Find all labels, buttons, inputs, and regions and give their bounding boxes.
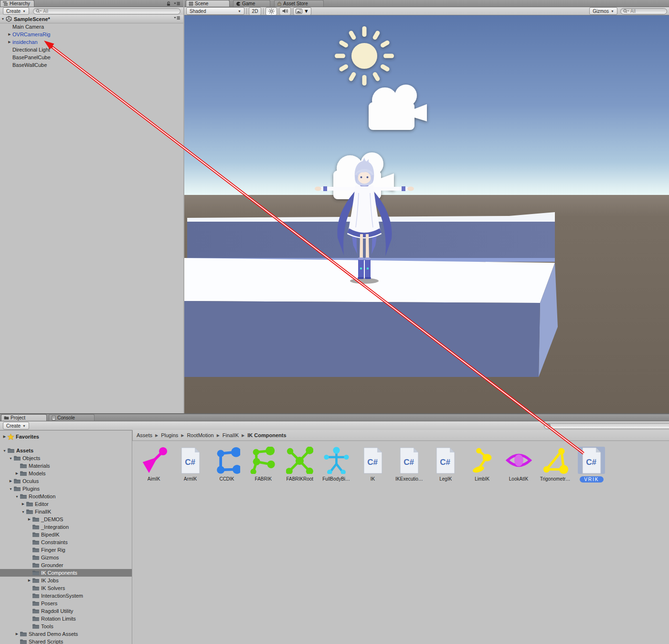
tree-item-rootmotion[interactable]: ▼RootMotion <box>0 493 132 500</box>
asset-item-aimik[interactable]: AimIK <box>136 447 172 482</box>
tree-item-oculus[interactable]: ▶Oculus <box>0 477 132 485</box>
asset-item-legik[interactable]: C#LegIK <box>427 447 464 482</box>
expander-icon[interactable]: ▶ <box>8 479 13 483</box>
scene-search-input[interactable] <box>629 8 664 14</box>
tree-item-ik-components[interactable]: IK Components <box>0 569 132 577</box>
expander-icon[interactable]: ▼ <box>8 457 13 460</box>
favorites-row[interactable]: ▶ Favorites <box>0 433 132 440</box>
hierarchy-item-basepanelcube[interactable]: BasePanelCube <box>0 54 183 61</box>
expander-icon[interactable]: ▼ <box>14 495 20 498</box>
asset-item-lookatik[interactable]: LookAtIK <box>500 447 537 482</box>
expander-icon[interactable]: ▶ <box>14 632 20 636</box>
tab-hierarchy[interactable]: Hierarchy <box>0 0 34 7</box>
hierarchy-item-ovrcamerarig[interactable]: ▶OVRCameraRig <box>0 31 183 38</box>
scene-header-row[interactable]: ▼ SampleScene* <box>0 15 183 23</box>
project-search-input[interactable] <box>552 423 666 429</box>
tree-item-plugins[interactable]: ▼Plugins <box>0 485 132 493</box>
project-folder-tree: ▼Assets▼ObjectsMaterials▶Models▶Oculus▼P… <box>0 447 132 644</box>
gizmos-dropdown[interactable]: Gizmos▼ <box>589 7 617 15</box>
pane-menu-icon[interactable] <box>173 1 181 6</box>
scene-viewport[interactable] <box>184 15 669 413</box>
tree-item-editor[interactable]: ▶Editor <box>0 500 132 508</box>
expander-icon[interactable]: ▶ <box>2 435 7 439</box>
tree-item-ragdoll-utility[interactable]: Ragdoll Utility <box>0 607 132 615</box>
tree-item-materials[interactable]: Materials <box>0 462 132 470</box>
tree-item-shared-scripts[interactable]: Shared Scripts <box>0 638 132 644</box>
tab-game-label: Game <box>242 1 255 6</box>
scene-search[interactable] <box>620 8 667 14</box>
breadcrumb-separator-icon: ▶ <box>217 433 220 438</box>
tree-item-ik-jobs[interactable]: ▶IK Jobs <box>0 577 132 584</box>
asset-item-fabrikroot[interactable]: FABRIKRoot <box>282 447 318 482</box>
tree-item-posers[interactable]: Posers <box>0 600 132 607</box>
breadcrumb-item-rootmotion[interactable]: RootMotion <box>187 432 213 438</box>
tab-project[interactable]: Project <box>1 414 47 421</box>
scene-menu-icon[interactable] <box>173 16 181 20</box>
breadcrumb-item-finalik[interactable]: FinalIK <box>223 432 239 438</box>
asset-item-ikexecutio-[interactable]: C#IKExecutio… <box>391 447 427 482</box>
tab-scene[interactable]: Scene <box>186 0 230 7</box>
tree-item-constraints[interactable]: Constraints <box>0 538 132 546</box>
asset-item-ccdik[interactable]: CCDIK <box>209 447 245 482</box>
project-create-button[interactable]: Create▼ <box>3 422 29 429</box>
asset-item-trigonometr-[interactable]: Trigonometr… <box>537 447 573 482</box>
expander-icon[interactable]: ▶ <box>21 502 26 506</box>
breadcrumb-separator-icon: ▶ <box>242 433 244 438</box>
tree-item-tools[interactable]: Tools <box>0 623 132 630</box>
hierarchy-item-insidechan[interactable]: ▶insidechan <box>0 38 183 46</box>
asset-item-limbik[interactable]: LimbIK <box>464 447 500 482</box>
tree-item-_demos[interactable]: ▶_DEMOS <box>0 515 132 523</box>
tree-item-finger-rig[interactable]: Finger Rig <box>0 546 132 554</box>
hierarchy-item-label: OVRCameraRig <box>12 32 50 37</box>
base-panel-cube[interactable] <box>184 258 558 377</box>
console-icon <box>52 416 56 420</box>
tree-item-interactionsystem[interactable]: InteractionSystem <box>0 592 132 600</box>
project-search[interactable] <box>544 423 669 429</box>
hierarchy-item-directional-light[interactable]: Directional Light <box>0 46 183 54</box>
tab-asset-store[interactable]: Asset Store <box>274 0 324 7</box>
2d-toggle-button[interactable]: 2D <box>249 7 261 15</box>
scene-effects-dropdown[interactable]: ▼ <box>293 7 311 15</box>
hierarchy-item-basewallcube[interactable]: BaseWallCube <box>0 61 183 69</box>
tree-item-shared-demo-assets[interactable]: ▶Shared Demo Assets <box>0 630 132 638</box>
hierarchy-create-button[interactable]: Create▼ <box>3 7 29 15</box>
tree-item-bipedik[interactable]: BipedIK <box>0 531 132 538</box>
tab-game[interactable]: Game <box>233 0 270 7</box>
tree-item-gizmos[interactable]: Gizmos <box>0 554 132 561</box>
expander-icon[interactable]: ▼ <box>2 449 7 452</box>
tab-console[interactable]: Console <box>49 414 95 421</box>
expander-icon[interactable]: ▶ <box>7 40 12 44</box>
asset-item-fullbodybi-[interactable]: FullBodyBi… <box>318 447 354 482</box>
tree-item-objects[interactable]: ▼Objects <box>0 454 132 462</box>
asset-item-fabrik[interactable]: FABRIK <box>245 447 281 482</box>
asset-item-vrik[interactable]: C#VRIK <box>573 447 610 483</box>
tree-item-models[interactable]: ▶Models <box>0 470 132 477</box>
breadcrumb-item-plugins[interactable]: Plugins <box>161 432 178 438</box>
expander-icon[interactable]: ▶ <box>27 579 32 582</box>
scene-expander-icon[interactable]: ▼ <box>0 17 6 21</box>
scene-audio-toggle[interactable] <box>279 7 291 15</box>
expander-icon[interactable]: ▶ <box>7 32 12 36</box>
tree-item-rotation-limits[interactable]: Rotation Limits <box>0 615 132 623</box>
tree-item-grounder[interactable]: Grounder <box>0 561 132 569</box>
tree-item-assets[interactable]: ▼Assets <box>0 447 132 454</box>
tree-item-ik-solvers[interactable]: IK Solvers <box>0 584 132 592</box>
expander-icon[interactable]: ▶ <box>27 517 32 521</box>
breadcrumb-item-ik-components[interactable]: IK Components <box>247 432 286 438</box>
tab-asset-store-label: Asset Store <box>283 1 308 6</box>
lock-icon[interactable] <box>166 1 171 6</box>
expander-icon[interactable]: ▼ <box>8 487 13 491</box>
breadcrumb-item-assets[interactable]: Assets <box>137 432 152 438</box>
expander-icon[interactable]: ▶ <box>14 472 20 475</box>
tree-item-_integration[interactable]: _Integration <box>0 523 132 531</box>
scene-lighting-toggle[interactable] <box>265 7 277 15</box>
tree-item-finalik[interactable]: ▼FinalIK <box>0 508 132 515</box>
hierarchy-search[interactable] <box>33 8 181 14</box>
hierarchy-search-input[interactable] <box>42 8 177 14</box>
asset-item-ik[interactable]: C#IK <box>354 447 391 482</box>
asset-item-armik[interactable]: C#ArmIK <box>172 447 208 482</box>
draw-mode-dropdown[interactable]: Shaded▼ <box>186 7 244 15</box>
svg-text:C#: C# <box>185 458 195 467</box>
expander-icon[interactable]: ▼ <box>21 510 26 514</box>
hierarchy-item-main-camera[interactable]: Main Camera <box>0 23 183 31</box>
